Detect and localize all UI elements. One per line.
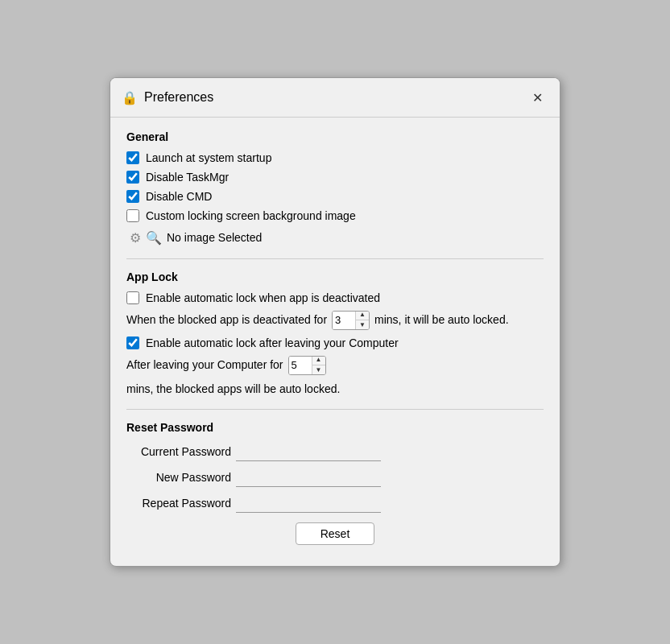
preferences-window: 🔒 Preferences ✕ General Launch at system… (110, 77, 560, 567)
checkbox-row-cmd: Disable CMD (126, 190, 544, 203)
leave-spinbox[interactable]: ▲ ▼ (288, 356, 326, 375)
auto-lock-deactivated-label: Enable automatic lock when app is deacti… (146, 291, 380, 304)
current-password-input[interactable] (236, 442, 381, 461)
applock-section-title: App Lock (126, 270, 544, 283)
deactivated-spinner-row: When the blocked app is deactivated for … (126, 311, 544, 330)
leave-spinner-row: After leaving your Computer for ▲ ▼ mins… (126, 356, 544, 398)
cmd-checkbox[interactable] (126, 190, 139, 203)
app-icon: 🔒 (122, 89, 138, 105)
deactivated-spinbox-input[interactable] (333, 312, 355, 329)
leave-spinbox-up[interactable]: ▲ (312, 356, 325, 365)
no-image-text: No image Selected (167, 229, 262, 246)
deactivated-spinbox[interactable]: ▲ ▼ (332, 311, 370, 330)
leave-computer-checkbox[interactable] (126, 336, 139, 349)
leave-spinbox-buttons: ▲ ▼ (312, 356, 325, 375)
new-password-label: New Password (126, 471, 231, 484)
image-selector-row: ⚙ 🔍 No image Selected (130, 229, 544, 246)
checkbox-row-launch: Launch at system startup (126, 151, 544, 164)
general-section-title: General (126, 130, 544, 143)
new-password-row: New Password (126, 468, 544, 487)
titlebar-left: 🔒 Preferences (122, 89, 213, 105)
divider-1 (126, 258, 544, 259)
deactivated-spinbox-down[interactable]: ▼ (356, 320, 369, 330)
checkbox-row-leave-computer: Enable automatic lock after leaving your… (126, 336, 544, 349)
leave-computer-label: Enable automatic lock after leaving your… (146, 336, 399, 349)
applock-section: App Lock Enable automatic lock when app … (126, 270, 544, 398)
divider-2 (126, 409, 544, 410)
deactivated-spinbox-buttons: ▲ ▼ (355, 311, 369, 330)
checkbox-row-taskmgr: Disable TaskMgr (126, 171, 544, 184)
current-password-label: Current Password (126, 445, 231, 458)
leave-spinbox-input[interactable] (289, 357, 312, 374)
repeat-password-row: Repeat Password (126, 493, 544, 513)
deactivated-text-before: When the blocked app is deactivated for (126, 311, 327, 328)
reset-button-row: Reset (126, 522, 544, 545)
new-password-input[interactable] (236, 468, 381, 487)
repeat-password-input[interactable] (236, 493, 381, 513)
leave-text-before: After leaving your Computer for (126, 356, 283, 374)
cmd-label: Disable CMD (146, 190, 212, 203)
general-section: General Launch at system startup Disable… (126, 130, 544, 246)
bgimage-label: Custom locking screen background image (146, 209, 356, 222)
current-password-row: Current Password (126, 442, 544, 461)
repeat-password-label: Repeat Password (126, 497, 231, 510)
reset-button[interactable]: Reset (296, 522, 375, 545)
taskmgr-label: Disable TaskMgr (146, 171, 229, 184)
leave-text-after: mins, the blocked apps will be auto lock… (126, 380, 340, 398)
deactivated-text-after: mins, it will be auto locked. (374, 311, 509, 328)
checkbox-row-auto-lock-deactivated: Enable automatic lock when app is deacti… (126, 291, 544, 304)
gear-icon: ⚙ (130, 230, 141, 246)
deactivated-spinbox-up[interactable]: ▲ (356, 311, 369, 320)
bgimage-checkbox[interactable] (126, 209, 139, 222)
taskmgr-checkbox[interactable] (126, 171, 139, 184)
leave-spinbox-down[interactable]: ▼ (312, 365, 325, 375)
auto-lock-deactivated-checkbox[interactable] (126, 291, 139, 304)
content-area: General Launch at system startup Disable… (110, 118, 560, 566)
launch-label: Launch at system startup (146, 151, 271, 164)
titlebar: 🔒 Preferences ✕ (110, 78, 560, 118)
window-title: Preferences (144, 90, 213, 105)
launch-checkbox[interactable] (126, 151, 139, 164)
reset-password-section-title: Reset Password (126, 421, 544, 434)
reset-password-section: Reset Password Current Password New Pass… (126, 421, 544, 553)
search-circle-icon: 🔍 (146, 230, 162, 246)
close-button[interactable]: ✕ (526, 86, 548, 109)
checkbox-row-bgimage: Custom locking screen background image (126, 209, 544, 222)
